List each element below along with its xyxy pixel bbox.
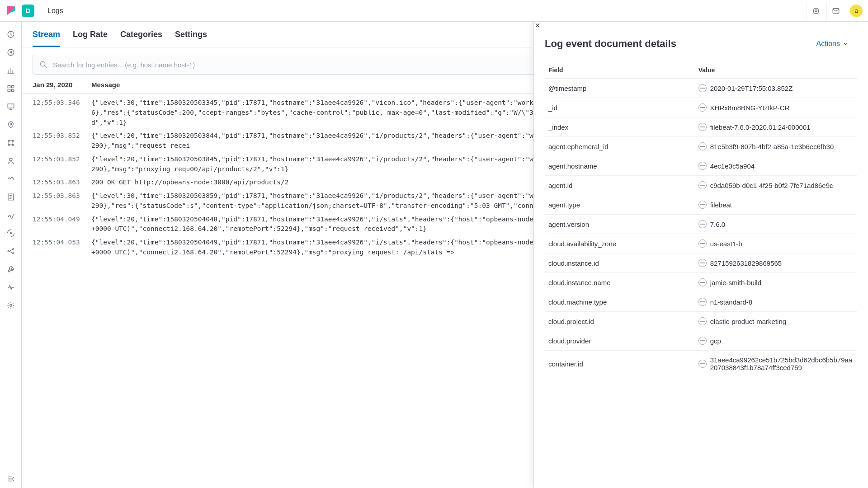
nav-maps-icon[interactable]	[0, 116, 22, 134]
field-row: cloud.availability_zoneus-east1-b	[545, 234, 857, 253]
nav-graph-icon[interactable]	[0, 242, 22, 260]
log-timestamp: 12:55:04.049	[33, 215, 91, 235]
filter-icon[interactable]	[698, 298, 707, 306]
field-name: cloud.instance.id	[545, 253, 695, 273]
svg-point-22	[40, 61, 45, 66]
field-value: 4ec1e3c5a904	[695, 156, 857, 176]
filter-icon[interactable]	[698, 123, 707, 131]
svg-point-19	[13, 249, 14, 250]
field-name: cloud.project.id	[545, 312, 695, 331]
nav-discover-icon[interactable]	[0, 43, 22, 61]
nav-recent-icon[interactable]	[0, 25, 22, 43]
filter-icon[interactable]	[698, 162, 707, 170]
filter-icon[interactable]	[698, 220, 707, 228]
filter-icon[interactable]	[698, 239, 707, 248]
log-timestamp: 12:55:04.053	[33, 238, 91, 258]
filter-icon[interactable]	[698, 278, 707, 286]
chevron-down-icon	[843, 41, 848, 47]
field-name: _id	[545, 98, 695, 117]
nav-dev-tools-icon[interactable]	[0, 260, 22, 278]
divider	[40, 5, 40, 17]
svg-rect-8	[12, 89, 14, 92]
svg-point-4	[8, 49, 14, 56]
svg-rect-9	[8, 104, 14, 108]
field-table: Field Value @timestamp2020-01-29T17:55:0…	[545, 59, 857, 377]
field-value-text: gcp	[710, 337, 721, 345]
nav-siem-icon[interactable]	[0, 152, 22, 170]
nav-visualize-icon[interactable]	[0, 61, 22, 80]
nav-uptime-icon[interactable]	[0, 224, 22, 242]
tab-stream[interactable]: Stream	[33, 30, 60, 47]
close-icon[interactable]	[534, 22, 868, 29]
kibana-logo-icon[interactable]	[5, 5, 16, 16]
actions-dropdown[interactable]: Actions	[816, 40, 848, 48]
field-name: container.id	[545, 351, 695, 377]
field-value-text: 7.6.0	[710, 221, 725, 228]
field-name: @timestamp	[545, 79, 695, 98]
field-value-text: 81e5b3f9-807b-4bf2-a85a-1e3b6ec6fb30	[710, 143, 834, 150]
filter-icon[interactable]	[698, 84, 707, 92]
field-value: elastic-product-marketing	[695, 312, 857, 331]
user-avatar[interactable]: a	[850, 5, 863, 17]
nav-apm-icon[interactable]	[0, 206, 22, 224]
filter-icon[interactable]	[698, 360, 707, 368]
field-value-text: us-east1-b	[710, 240, 742, 248]
field-row: @timestamp2020-01-29T17:55:03.852Z	[545, 79, 857, 98]
svg-point-20	[13, 253, 14, 254]
nav-canvas-icon[interactable]	[0, 98, 22, 116]
field-value-text: 4ec1e3c5a904	[710, 162, 755, 170]
svg-point-0	[813, 8, 819, 14]
space-selector[interactable]: D	[22, 5, 34, 17]
field-row: cloud.instance.id8271592631829869565	[545, 253, 857, 273]
nav-collapse-icon[interactable]	[0, 470, 22, 488]
field-row: agent.idc9da059b-d0c1-4f25-b0f2-7fe71ad8…	[545, 176, 857, 195]
field-name: cloud.instance.name	[545, 273, 695, 292]
field-row: agent.hostname4ec1e3c5a904	[545, 156, 857, 176]
field-name: cloud.availability_zone	[545, 234, 695, 253]
field-row: cloud.providergcp	[545, 331, 857, 351]
flyout-title: Log event document details	[545, 38, 816, 50]
tab-settings[interactable]: Settings	[175, 30, 207, 47]
svg-point-11	[8, 140, 9, 141]
breadcrumb: Logs	[47, 7, 63, 15]
nav-logs-icon[interactable]	[0, 188, 22, 206]
mail-icon[interactable]	[826, 2, 844, 20]
filter-icon[interactable]	[698, 181, 707, 189]
search-icon	[39, 61, 47, 69]
field-value-text: 2020-01-29T17:55:03.852Z	[710, 84, 793, 92]
field-value-text: n1-standard-8	[710, 298, 752, 306]
filter-icon[interactable]	[698, 317, 707, 325]
field-row: _indexfilebeat-7.6.0-2020.01.24-000001	[545, 117, 857, 137]
field-value: us-east1-b	[695, 234, 857, 253]
filter-icon[interactable]	[698, 142, 707, 150]
log-timestamp: 12:55:03.852	[33, 131, 91, 151]
field-name: agent.type	[545, 195, 695, 215]
field-value: n1-standard-8	[695, 292, 857, 312]
nav-management-icon[interactable]	[0, 296, 22, 314]
field-value: jamie-smith-build	[695, 273, 857, 292]
field-value: 31aee4ca99262ce51b725bd3d62dbc6b5b79aa20…	[695, 351, 857, 377]
nav-monitoring-icon[interactable]	[0, 278, 22, 296]
filter-icon[interactable]	[698, 259, 707, 267]
filter-icon[interactable]	[698, 201, 707, 209]
svg-point-17	[10, 233, 12, 234]
nav-metrics-icon[interactable]	[0, 170, 22, 188]
filter-icon[interactable]	[698, 103, 707, 112]
svg-point-21	[10, 305, 12, 307]
nav-dashboard-icon[interactable]	[0, 80, 22, 98]
log-timestamp: 12:55:03.852	[33, 155, 91, 174]
field-value: 2020-01-29T17:55:03.852Z	[695, 79, 857, 98]
tab-log-rate[interactable]: Log Rate	[73, 30, 108, 47]
field-name: agent.hostname	[545, 156, 695, 176]
field-value-text: filebeat-7.6.0-2020.01.24-000001	[710, 123, 811, 131]
field-value-text: c9da059b-d0c1-4f25-b0f2-7fe71ad86e9c	[710, 182, 833, 189]
nav-ml-icon[interactable]	[0, 134, 22, 152]
field-name: cloud.machine.type	[545, 292, 695, 312]
field-row: container.id31aee4ca99262ce51b725bd3d62d…	[545, 351, 857, 377]
side-nav	[0, 22, 22, 488]
tab-categories[interactable]: Categories	[120, 30, 162, 47]
field-header: Field	[545, 59, 695, 79]
filter-icon[interactable]	[698, 337, 707, 345]
field-value: gcp	[695, 331, 857, 351]
newsfeed-icon[interactable]	[807, 2, 825, 20]
